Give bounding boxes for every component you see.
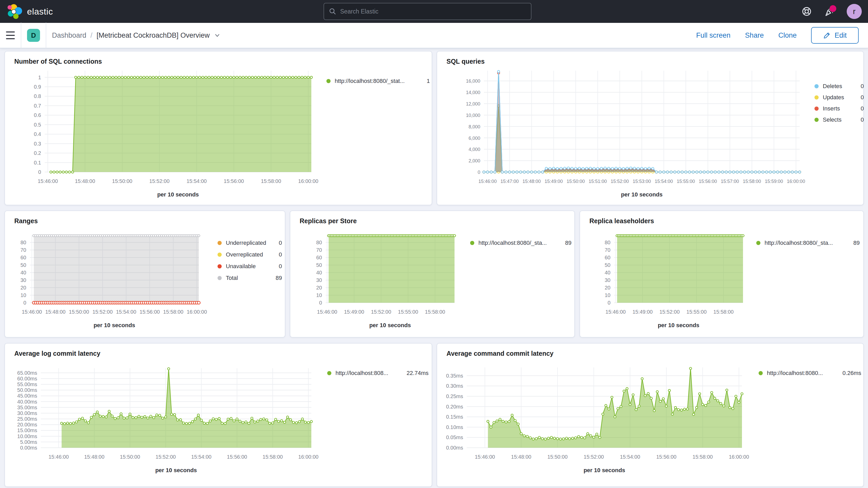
legend-item[interactable]: Updates0 [814, 92, 864, 103]
svg-text:16:00:00: 16:00:00 [298, 454, 319, 460]
svg-text:0: 0 [608, 300, 611, 306]
newsfeed-button[interactable] [824, 6, 835, 17]
svg-text:15:56:00: 15:56:00 [140, 309, 160, 315]
legend-series-value: 0 [861, 94, 864, 101]
svg-text:15:55:00: 15:55:00 [398, 309, 418, 315]
legend-item[interactable]: Deletes0 [814, 81, 864, 92]
x-axis-unit-label: per 10 seconds [157, 191, 199, 198]
edit-button[interactable]: Edit [811, 27, 859, 44]
legend-item[interactable]: Unavailable0 [218, 261, 282, 272]
x-axis-unit-label: per 10 seconds [621, 191, 662, 198]
legend-item[interactable]: Inserts0 [814, 103, 864, 114]
chart-replica-leaseholders[interactable]: 0102030405060708015:46:0015:49:0015:52:0… [580, 211, 863, 337]
svg-text:65.00ms: 65.00ms [17, 370, 37, 376]
svg-text:10.00ms: 10.00ms [17, 433, 37, 439]
legend-series-value: 89 [276, 275, 282, 281]
help-button[interactable] [801, 6, 812, 17]
svg-text:15:50:00: 15:50:00 [547, 454, 567, 460]
chart-log-commit-latency[interactable]: 0.00ms5.00ms10.00ms15.00ms20.00ms25.00ms… [5, 343, 432, 486]
pencil-icon [823, 31, 831, 39]
svg-text:15:46:00: 15:46:00 [49, 454, 69, 460]
elastic-logo[interactable]: elastic [0, 4, 53, 19]
full-screen-button[interactable]: Full screen [696, 31, 731, 39]
svg-text:70: 70 [316, 247, 322, 253]
panel-sql-connections: Number of SQL connections 00.10.20.30.40… [4, 51, 432, 205]
series-http-localhost-8080- [487, 367, 743, 448]
global-search[interactable] [323, 3, 531, 20]
elastic-logo-icon [7, 4, 22, 19]
global-header: elastic [0, 0, 868, 23]
svg-text:15:58:00: 15:58:00 [163, 309, 184, 315]
panel-replicas-per-store: Replicas per Store 0102030405060708015:4… [290, 211, 575, 338]
svg-text:15:52:00: 15:52:00 [584, 454, 604, 460]
legend-item[interactable]: http://localhost:8080/_sta...89 [756, 237, 860, 249]
toolbar-divider [46, 23, 46, 48]
legend-series-dot [218, 264, 222, 268]
svg-text:20.00ms: 20.00ms [17, 422, 37, 427]
search-input[interactable] [340, 8, 526, 15]
svg-text:0.1: 0.1 [34, 160, 41, 165]
svg-text:15:58:00: 15:58:00 [713, 309, 734, 315]
legend-series-value: 0 [279, 251, 282, 258]
chart-legend: http://localhost:8080/_sta...89 [756, 237, 860, 249]
legend-item[interactable]: http://localhost:808...22.74ms [327, 367, 429, 379]
svg-text:80: 80 [605, 240, 611, 245]
space-badge[interactable]: D [27, 29, 40, 42]
search-icon [329, 7, 337, 15]
chart-sql-connections[interactable]: 00.10.20.30.40.50.60.70.80.9115:46:0015:… [5, 52, 432, 205]
svg-text:40: 40 [21, 270, 26, 275]
legend-item[interactable]: Total89 [218, 272, 282, 284]
legend-item[interactable]: Underreplicated0 [218, 237, 282, 249]
svg-text:0: 0 [23, 300, 26, 306]
svg-text:20: 20 [21, 285, 26, 291]
chart-sql-queries[interactable]: 02,0004,0006,0008,00010,00012,00014,0001… [437, 52, 863, 205]
legend-item[interactable]: http://localhost:8080...0.26ms [758, 367, 861, 379]
svg-text:40: 40 [605, 270, 611, 275]
svg-text:60: 60 [605, 255, 611, 261]
breadcrumb-dashboard[interactable]: Dashboard [52, 31, 86, 39]
legend-series-dot [327, 79, 331, 83]
svg-text:0: 0 [478, 170, 480, 175]
svg-text:15:56:00: 15:56:00 [656, 454, 677, 460]
svg-text:35.00ms: 35.00ms [17, 404, 37, 410]
svg-text:50: 50 [316, 262, 322, 268]
chart-command-commit-latency[interactable]: 0.00ms0.05ms0.10ms0.15ms0.20ms0.25ms0.30… [437, 343, 863, 486]
chevron-down-icon[interactable] [214, 32, 221, 39]
chart-replicas-per-store[interactable]: 0102030405060708015:46:0015:49:0015:52:0… [290, 211, 574, 337]
svg-text:15:50:00: 15:50:00 [120, 454, 140, 460]
share-button[interactable]: Share [745, 31, 764, 39]
legend-item[interactable]: http://localhost:8080/_stat...1 [327, 75, 430, 87]
svg-text:15:58:00: 15:58:00 [425, 309, 445, 315]
series-http-localhost-808- [61, 368, 313, 448]
svg-text:70: 70 [21, 247, 26, 253]
legend-series-dot [218, 241, 222, 245]
legend-item[interactable]: Selects0 [814, 114, 864, 125]
legend-series-label: http://localhost:808... [336, 370, 403, 376]
svg-text:0.15ms: 0.15ms [446, 414, 463, 420]
svg-text:15:55:00: 15:55:00 [686, 309, 707, 315]
svg-text:0.3: 0.3 [34, 141, 41, 147]
svg-text:0.20ms: 0.20ms [446, 404, 463, 409]
legend-series-dot [814, 84, 818, 88]
svg-text:10: 10 [605, 292, 611, 298]
svg-text:12,000: 12,000 [466, 101, 480, 106]
legend-item[interactable]: http://localhost:8080/_sta...89 [470, 237, 571, 249]
legend-series-label: Underreplicated [226, 240, 275, 246]
clone-button[interactable]: Clone [778, 31, 797, 39]
panel-log-commit-latency: Average log commit latency 0.00ms5.00ms1… [4, 343, 432, 487]
svg-text:15:48:00: 15:48:00 [75, 178, 95, 184]
svg-text:0.00ms: 0.00ms [446, 445, 463, 451]
svg-text:0.2: 0.2 [34, 150, 41, 156]
svg-text:16:00:00: 16:00:00 [787, 179, 805, 184]
breadcrumb: Dashboard / [Metricbeat CockroachDB] Ove… [52, 31, 221, 39]
chart-legend: Underreplicated0Overreplicated0Unavailab… [218, 237, 282, 284]
user-avatar[interactable]: r [847, 4, 862, 19]
svg-text:15:46:00: 15:46:00 [478, 179, 497, 184]
svg-text:15:55:00: 15:55:00 [677, 179, 695, 184]
gridlines [484, 71, 800, 172]
x-axis-unit-label: per 10 seconds [658, 322, 699, 329]
svg-text:15:48:00: 15:48:00 [523, 179, 541, 184]
legend-item[interactable]: Overreplicated0 [218, 249, 282, 261]
svg-text:0.6: 0.6 [34, 112, 41, 118]
menu-button[interactable] [0, 23, 21, 48]
